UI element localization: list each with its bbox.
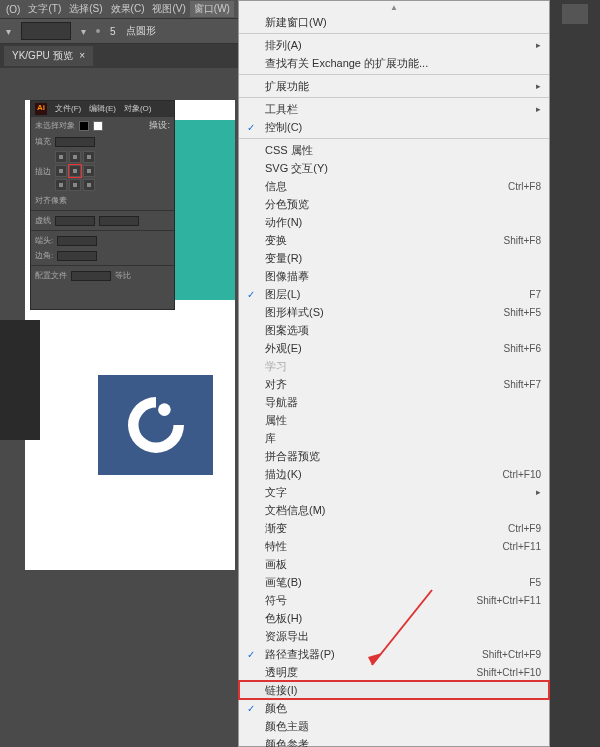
menu-flattener-preview[interactable]: 拼合器预览	[239, 447, 549, 465]
menu-align[interactable]: 对齐Shift+F7	[239, 375, 549, 393]
join-label: 边角:	[35, 250, 53, 261]
menu-libraries[interactable]: 库	[239, 429, 549, 447]
menu-arrange[interactable]: 排列(A)	[239, 36, 549, 54]
menu-pathfinder[interactable]: ✓路径查找器(P)Shift+Ctrl+F9	[239, 645, 549, 663]
dash-input[interactable]	[55, 216, 95, 226]
chevron-down-icon[interactable]: ▾	[81, 26, 86, 37]
stroke-unit-label: 点圆形	[126, 24, 156, 38]
menu-toolbar[interactable]: 工具栏	[239, 100, 549, 118]
join-input[interactable]	[57, 251, 97, 261]
scale-label: 等比	[115, 270, 131, 281]
menu-artboards[interactable]: 画板	[239, 555, 549, 573]
menu-color-guide[interactable]: 颜色参考	[239, 735, 549, 747]
check-icon: ✓	[247, 289, 255, 300]
menu-swatches[interactable]: 色板(H)	[239, 609, 549, 627]
fill-label: 填充	[35, 136, 51, 147]
align-pixel-label: 对齐像素	[35, 195, 67, 206]
ai-logo-icon: Ai	[35, 103, 47, 115]
menu-find-extensions[interactable]: 查找有关 Exchange 的扩展功能...	[239, 54, 549, 72]
panel-tab[interactable]: 编辑(E)	[89, 103, 116, 115]
fill-input[interactable]	[55, 137, 95, 147]
swatch-black[interactable]	[79, 121, 89, 131]
tab-label: YK/GPU 预览	[12, 50, 73, 61]
panel-tab[interactable]: 对象(O)	[124, 103, 152, 115]
menu-asset-export[interactable]: 资源导出	[239, 627, 549, 645]
doc-tab[interactable]: YK/GPU 预览 ×	[4, 46, 93, 66]
menu-color[interactable]: ✓颜色	[239, 699, 549, 717]
teal-rectangle	[175, 120, 235, 300]
profile-input[interactable]	[71, 271, 111, 281]
menu-brushes[interactable]: 画笔(B)F5	[239, 573, 549, 591]
stroke-value: 5	[110, 26, 116, 37]
menu-actions[interactable]: 动作(N)	[239, 213, 549, 231]
chevron-down-icon[interactable]: ▾	[6, 26, 11, 37]
menu-attributes[interactable]: 属性	[239, 411, 549, 429]
blue-logo-artwork	[98, 375, 213, 475]
dot-separator	[96, 29, 100, 33]
check-icon: ✓	[247, 649, 255, 660]
menu-select[interactable]: 选择(S)	[65, 1, 106, 17]
swatch-white[interactable]	[93, 121, 103, 131]
menu-symbols[interactable]: 符号Shift+Ctrl+F11	[239, 591, 549, 609]
menu-layers[interactable]: ✓图层(L)F7	[239, 285, 549, 303]
menu-svg-interactivity[interactable]: SVG 交互(Y)	[239, 159, 549, 177]
menu-o[interactable]: (O)	[2, 3, 24, 16]
panel-tab[interactable]: 文件(F)	[55, 103, 81, 115]
menu-css-properties[interactable]: CSS 属性	[239, 141, 549, 159]
profile-label: 配置文件	[35, 270, 67, 281]
svg-point-0	[158, 403, 171, 416]
menu-gradient[interactable]: 渐变Ctrl+F9	[239, 519, 549, 537]
check-icon: ✓	[247, 122, 255, 133]
cap-label: 端头:	[35, 235, 53, 246]
menu-navigator[interactable]: 导航器	[239, 393, 549, 411]
menu-info[interactable]: 信息Ctrl+F8	[239, 177, 549, 195]
menu-graphic-styles[interactable]: 图形样式(S)Shift+F5	[239, 303, 549, 321]
no-selection-label: 未选择对象	[35, 120, 75, 131]
menu-learn[interactable]: 学习	[239, 357, 549, 375]
menu-control[interactable]: ✓控制(C)	[239, 118, 549, 136]
check-icon: ✓	[247, 703, 255, 714]
stroke-label: 描边	[35, 166, 51, 177]
dash-input[interactable]	[99, 216, 139, 226]
menu-pattern-options[interactable]: 图案选项	[239, 321, 549, 339]
menu-stroke[interactable]: 描边(K)Ctrl+F10	[239, 465, 549, 483]
cap-input[interactable]	[57, 236, 97, 246]
menu-color-themes[interactable]: 颜色主题	[239, 717, 549, 735]
dashed-checkbox-label[interactable]: 虚线	[35, 215, 51, 226]
dock-icon[interactable]	[562, 4, 588, 24]
menu-effect[interactable]: 效果(C)	[107, 1, 149, 17]
menu-window[interactable]: 窗口(W)	[190, 1, 234, 17]
menu-document-info[interactable]: 文档信息(M)	[239, 501, 549, 519]
menu-type[interactable]: 文字(T)	[24, 1, 65, 17]
menu-type[interactable]: 文字	[239, 483, 549, 501]
menu-new-window[interactable]: 新建窗口(W)	[239, 13, 549, 31]
window-menu-dropdown[interactable]: ▲ 新建窗口(W) 排列(A) 查找有关 Exchange 的扩展功能... 扩…	[238, 0, 550, 747]
menu-links[interactable]: 链接(I)	[239, 681, 549, 699]
logo-swirl-icon	[121, 390, 191, 460]
menu-live-paint[interactable]: 特性Ctrl+F11	[239, 537, 549, 555]
menu-appearance[interactable]: 外观(E)Shift+F6	[239, 339, 549, 357]
properties-panel[interactable]: Ai 文件(F) 编辑(E) 对象(O) 未选择对象操设: 填充 描边 对齐像素…	[30, 100, 175, 310]
menu-view[interactable]: 视图(V)	[148, 1, 189, 17]
right-dock	[550, 0, 600, 747]
menu-variables[interactable]: 变量(R)	[239, 249, 549, 267]
dark-panel-strip	[0, 320, 40, 440]
close-icon[interactable]: ×	[79, 50, 85, 61]
menu-image-trace[interactable]: 图像描摹	[239, 267, 549, 285]
menu-separations-preview[interactable]: 分色预览	[239, 195, 549, 213]
preset-label: 操设:	[149, 119, 170, 132]
menu-grip: ▲	[239, 1, 549, 13]
alignment-grid[interactable]	[55, 151, 95, 191]
menu-extensions[interactable]: 扩展功能	[239, 77, 549, 95]
fill-color-well[interactable]	[21, 22, 71, 40]
menu-transform[interactable]: 变换Shift+F8	[239, 231, 549, 249]
menu-transparency[interactable]: 透明度Shift+Ctrl+F10	[239, 663, 549, 681]
